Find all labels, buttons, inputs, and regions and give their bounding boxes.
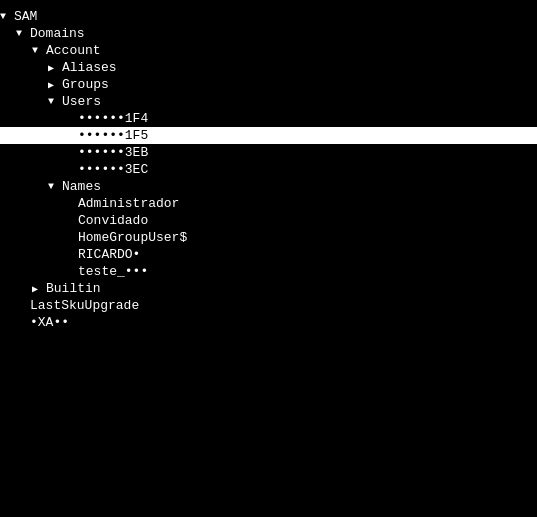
tree-arrow-empty: [64, 266, 78, 277]
tree-label: Users: [62, 94, 101, 109]
tree-arrow[interactable]: ▶: [32, 283, 46, 295]
tree-item-ricardo[interactable]: RICARDO•: [0, 246, 537, 263]
tree-label: •XA••: [30, 315, 69, 330]
tree-item-user1f4[interactable]: ••••••1F4: [0, 110, 537, 127]
tree-container: ▼ SAM▼ Domains▼ Account▶ Aliases▶ Groups…: [0, 0, 537, 339]
tree-arrow-empty: [64, 147, 78, 158]
tree-arrow-empty: [64, 232, 78, 243]
tree-item-builtin[interactable]: ▶ Builtin: [0, 280, 537, 297]
tree-item-user3ec[interactable]: ••••••3EC: [0, 161, 537, 178]
tree-label: Builtin: [46, 281, 101, 296]
tree-arrow-empty: [64, 215, 78, 226]
tree-arrow[interactable]: ▼: [48, 96, 62, 107]
tree-arrow[interactable]: ▼: [32, 45, 46, 56]
tree-item-administrador[interactable]: Administrador: [0, 195, 537, 212]
tree-arrow-empty: [64, 249, 78, 260]
tree-label: Domains: [30, 26, 85, 41]
tree-item-lastskuupgrade[interactable]: LastSkuUpgrade: [0, 297, 537, 314]
tree-label: Names: [62, 179, 101, 194]
tree-label: ••••••1F4: [78, 111, 148, 126]
tree-arrow-empty: [64, 198, 78, 209]
tree-label: ••••••3EB: [78, 145, 148, 160]
tree-label: HomeGroupUser$: [78, 230, 187, 245]
tree-arrow[interactable]: ▶: [48, 62, 62, 74]
tree-item-sam[interactable]: ▼ SAM: [0, 8, 537, 25]
tree-arrow-empty: [16, 300, 30, 311]
tree-label: ••••••3EC: [78, 162, 148, 177]
tree-arrow[interactable]: ▼: [16, 28, 30, 39]
tree-label: teste_•••: [78, 264, 148, 279]
tree-arrow[interactable]: ▼: [0, 11, 14, 22]
tree-arrow[interactable]: ▼: [48, 181, 62, 192]
tree-item-teste[interactable]: teste_•••: [0, 263, 537, 280]
tree-item-account[interactable]: ▼ Account: [0, 42, 537, 59]
tree-label: ••••••1F5: [78, 128, 148, 143]
tree-item-groups[interactable]: ▶ Groups: [0, 76, 537, 93]
tree-label: Account: [46, 43, 101, 58]
tree-arrow-empty: [16, 317, 30, 328]
tree-label: Administrador: [78, 196, 179, 211]
tree-arrow-empty: [64, 164, 78, 175]
tree-item-exact[interactable]: •XA••: [0, 314, 537, 331]
tree-arrow-empty: [64, 113, 78, 124]
tree-item-user3eb[interactable]: ••••••3EB: [0, 144, 537, 161]
tree-label: RICARDO•: [78, 247, 140, 262]
tree-label: Convidado: [78, 213, 148, 228]
tree-item-names[interactable]: ▼ Names: [0, 178, 537, 195]
tree-label: LastSkuUpgrade: [30, 298, 139, 313]
tree-label: SAM: [14, 9, 37, 24]
tree-label: Aliases: [62, 60, 117, 75]
tree-item-convidado[interactable]: Convidado: [0, 212, 537, 229]
tree-arrow-empty: [64, 130, 78, 141]
tree-item-aliases[interactable]: ▶ Aliases: [0, 59, 537, 76]
tree-item-user1f5[interactable]: ••••••1F5: [0, 127, 537, 144]
tree-label: Groups: [62, 77, 109, 92]
tree-arrow[interactable]: ▶: [48, 79, 62, 91]
tree-item-users[interactable]: ▼ Users: [0, 93, 537, 110]
tree-item-homegroupuser[interactable]: HomeGroupUser$: [0, 229, 537, 246]
tree-item-domains[interactable]: ▼ Domains: [0, 25, 537, 42]
